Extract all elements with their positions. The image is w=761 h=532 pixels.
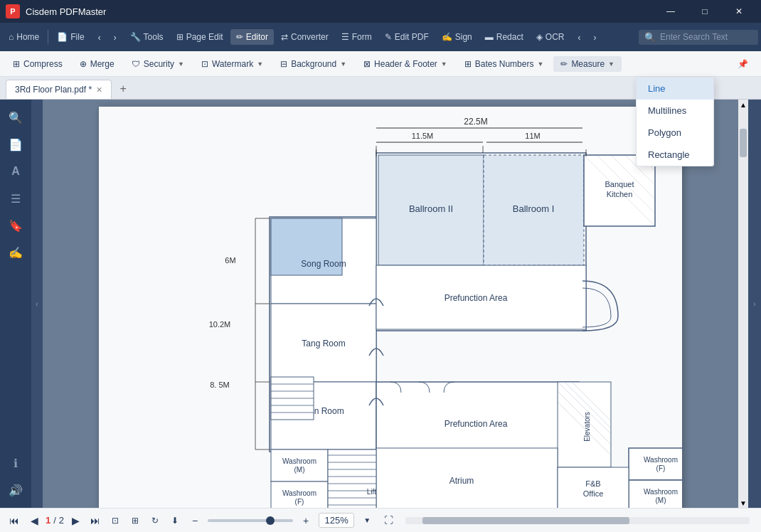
page-next-button[interactable]: ▶ xyxy=(67,512,84,529)
scroll-thumb[interactable] xyxy=(740,129,747,157)
right-panel-collapse[interactable]: › xyxy=(748,100,761,508)
background-icon: ⊟ xyxy=(280,59,287,69)
sidebar-text-icon: A xyxy=(11,165,20,178)
file-button[interactable]: 📄 File xyxy=(51,29,90,45)
fit-width-button[interactable]: ⊞ xyxy=(127,512,144,529)
zoom-slider-thumb[interactable] xyxy=(266,516,275,525)
watermark-button[interactable]: ⊡ Watermark ▼ xyxy=(194,56,270,72)
security-button[interactable]: 🛡 Security ▼ xyxy=(124,56,191,72)
svg-text:Atrium: Atrium xyxy=(449,476,474,486)
svg-text:Ballroom I: Ballroom I xyxy=(513,203,555,214)
app-logo: P xyxy=(6,4,20,18)
page-prev-button[interactable]: ◀ xyxy=(26,512,43,529)
ocr-button[interactable]: ◈ OCR xyxy=(531,29,570,45)
tab-label: 3Rd Floor Plan.pdf * xyxy=(15,85,92,95)
tools-button[interactable]: 🔧 Tools xyxy=(124,29,169,45)
page-last-button[interactable]: ⏭ xyxy=(87,512,104,529)
measure-button[interactable]: ✏ Measure ▼ xyxy=(553,56,622,72)
sidebar-info-button[interactable]: ℹ xyxy=(3,451,28,475)
background-button[interactable]: ⊟ Background ▼ xyxy=(273,56,353,72)
svg-text:11M: 11M xyxy=(525,132,540,140)
measure-icon: ✏ xyxy=(560,59,568,69)
sidebar-page-icon: 📄 xyxy=(9,138,23,151)
page-edit-button[interactable]: ⊞ Page Edit xyxy=(171,29,229,45)
svg-text:(F): (F) xyxy=(656,464,666,472)
sidebar-sound-button[interactable]: 🔊 xyxy=(3,478,28,502)
svg-text:(M): (M) xyxy=(656,496,666,504)
home-button[interactable]: ⌂ Home xyxy=(3,29,45,45)
edit-pdf-button[interactable]: ✎ Edit PDF xyxy=(379,29,435,45)
svg-text:Lift: Lift xyxy=(367,488,377,496)
svg-text:F&B: F&B xyxy=(585,479,600,488)
left-panel-collapse[interactable]: ‹ xyxy=(31,100,43,508)
sidebar-list-button[interactable]: ☰ xyxy=(3,186,28,211)
rotate-button[interactable]: ↻ xyxy=(147,512,164,529)
sidebar-info-icon: ℹ xyxy=(14,457,18,470)
svg-text:Prefunction Area: Prefunction Area xyxy=(445,419,508,429)
scroll-down-button[interactable]: ▼ xyxy=(740,498,747,508)
zoom-level-display[interactable]: 125% xyxy=(319,513,354,528)
fullscreen-button[interactable]: ⛶ xyxy=(380,512,397,529)
horizontal-scrollbar[interactable] xyxy=(405,517,750,524)
editor-button[interactable]: ✏ Editor xyxy=(230,29,274,45)
zoom-out-button[interactable]: − xyxy=(186,512,203,529)
minimize-button[interactable]: — xyxy=(654,0,687,23)
canvas-area[interactable]: 22.5M 11.5M 11M 6M 10.2M 8. 5M 9.6M 16.7… xyxy=(43,100,738,508)
zoom-slider[interactable] xyxy=(208,519,293,522)
header-footer-button[interactable]: ⊠ Header & Footer ▼ xyxy=(356,56,454,72)
measure-polygon-option[interactable]: Polygon xyxy=(637,122,713,144)
sidebar-search-button[interactable]: 🔍 xyxy=(3,105,28,129)
svg-text:Washroom: Washroom xyxy=(644,456,678,464)
pin-button[interactable]: 📌 xyxy=(730,56,755,72)
svg-text:Song Room: Song Room xyxy=(301,259,346,269)
close-button[interactable]: ✕ xyxy=(723,0,755,23)
add-tab-button[interactable]: + xyxy=(115,80,132,97)
svg-text:(M): (M) xyxy=(294,466,305,474)
svg-text:Washroom: Washroom xyxy=(644,488,678,496)
file-icon: 📄 xyxy=(57,32,68,42)
total-pages: 2 xyxy=(59,515,64,526)
zoom-controls: − + 125% ▼ ⛶ xyxy=(186,512,397,529)
svg-text:Banquet: Banquet xyxy=(605,180,634,188)
sidebar-sign-button[interactable]: ✍ xyxy=(3,240,28,265)
more-forward-button[interactable]: › xyxy=(587,28,602,46)
svg-rect-63 xyxy=(629,448,682,480)
more-back-button[interactable]: ‹ xyxy=(571,28,587,46)
search-input[interactable] xyxy=(660,32,752,42)
background-dropdown-arrow: ▼ xyxy=(340,60,346,68)
page-first-button[interactable]: ⏮ xyxy=(6,512,23,529)
sidebar-page-button[interactable]: 📄 xyxy=(3,132,28,156)
security-icon: 🛡 xyxy=(132,59,140,69)
sidebar-bookmark-button[interactable]: 🔖 xyxy=(3,213,28,238)
measure-line-option[interactable]: Line xyxy=(637,78,713,100)
tab-floor-plan[interactable]: 3Rd Floor Plan.pdf * ✕ xyxy=(6,80,112,99)
h-scroll-thumb[interactable] xyxy=(422,517,629,524)
measure-rectangle-option[interactable]: Rectangle xyxy=(637,144,713,166)
maximize-button[interactable]: □ xyxy=(688,0,721,23)
scroll-up-button[interactable]: ▲ xyxy=(740,100,747,110)
watermark-icon: ⊡ xyxy=(201,59,208,69)
compress-button[interactable]: ⊞ Compress xyxy=(6,56,70,72)
form-button[interactable]: ☰ Form xyxy=(336,29,378,45)
scroll-track[interactable] xyxy=(738,110,748,498)
converter-button[interactable]: ⇄ Converter xyxy=(275,29,334,45)
svg-text:22.5M: 22.5M xyxy=(464,117,487,127)
svg-text:Elevators: Elevators xyxy=(583,412,591,442)
measure-multilines-option[interactable]: Multilines xyxy=(637,100,713,122)
fit-page-button[interactable]: ⊡ xyxy=(107,512,124,529)
zoom-dropdown-button[interactable]: ▼ xyxy=(358,512,376,529)
zoom-in-button[interactable]: + xyxy=(297,512,314,529)
header-footer-icon: ⊠ xyxy=(363,59,371,69)
download-button[interactable]: ⬇ xyxy=(166,512,183,529)
tab-close-button[interactable]: ✕ xyxy=(96,85,102,95)
measure-dropdown-arrow: ▼ xyxy=(608,60,614,68)
nav-back-button[interactable]: ‹ xyxy=(92,28,107,46)
sign-button[interactable]: ✍ Sign xyxy=(436,29,478,45)
svg-rect-53 xyxy=(328,449,376,508)
bates-numbers-button[interactable]: ⊞ Bates Numbers ▼ xyxy=(457,56,551,72)
sidebar-text-button[interactable]: A xyxy=(3,159,28,183)
nav-forward-button[interactable]: › xyxy=(107,28,123,46)
vertical-scrollbar[interactable]: ▲ ▼ xyxy=(738,100,748,508)
redact-button[interactable]: ▬ Redact xyxy=(479,29,529,45)
merge-button[interactable]: ⊕ Merge xyxy=(73,56,122,72)
